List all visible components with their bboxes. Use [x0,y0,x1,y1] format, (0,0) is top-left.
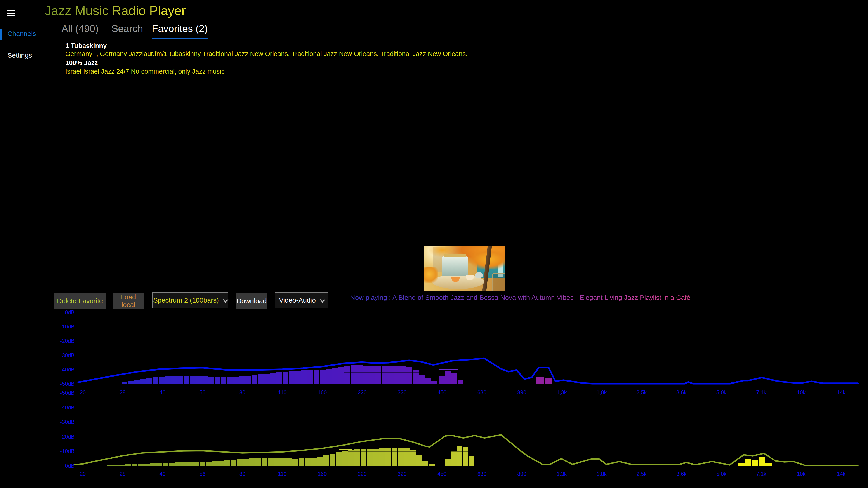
svg-text:14k: 14k [837,389,846,395]
spectrum-style-value: Spectrum 2 (100bars) [153,296,219,304]
album-art-teapot [475,272,483,278]
svg-text:28: 28 [120,471,126,477]
svg-text:3,6k: 3,6k [676,389,687,395]
album-art [424,246,505,291]
svg-text:320: 320 [398,389,407,395]
album-art-chair [492,273,505,291]
svg-text:630: 630 [477,471,487,477]
svg-text:20: 20 [80,389,86,395]
svg-text:-30dB: -30dB [60,419,74,425]
svg-text:0dB: 0dB [65,463,74,469]
svg-text:0dB: 0dB [65,309,74,315]
favorite-station-description[interactable]: Israel Israel Jazz 24/7 No commercial, o… [65,68,224,75]
album-art-espresso-top [444,254,466,257]
tab-search[interactable]: Search [112,23,143,34]
svg-text:3,6k: 3,6k [676,471,687,477]
svg-text:-50dB: -50dB [60,381,74,387]
favorite-station-name[interactable]: 1 Tubaskinny [65,42,107,50]
hamburger-bar [7,10,15,11]
svg-text:160: 160 [318,389,327,395]
favorite-station-name[interactable]: 100% Jazz [65,59,98,67]
svg-text:14k: 14k [837,471,846,477]
svg-text:160: 160 [318,471,327,477]
svg-text:20: 20 [80,471,86,477]
svg-text:450: 450 [437,471,446,477]
svg-text:1,3k: 1,3k [557,471,567,477]
svg-text:7,1k: 7,1k [756,471,767,477]
album-art-espresso-machine [442,256,468,276]
svg-text:2,5k: 2,5k [637,471,647,477]
svg-text:40: 40 [160,389,166,395]
download-button[interactable]: Download [236,293,267,309]
svg-text:110: 110 [278,389,287,395]
svg-text:-20dB: -20dB [60,338,74,344]
svg-text:110: 110 [278,471,287,477]
svg-text:1,8k: 1,8k [596,389,607,395]
svg-text:80: 80 [239,471,246,477]
svg-text:5,0k: 5,0k [716,389,727,395]
svg-text:890: 890 [518,471,526,477]
delete-favorite-button[interactable]: Delete Favorite [54,293,106,309]
hamburger-bar [7,15,15,16]
spectrum-charts: 0dB-10dB-20dB-30dB-40dB-50dB202840568011… [0,307,868,488]
svg-text:-30dB: -30dB [60,352,74,358]
sidebar-item-settings[interactable]: Settings [7,52,32,59]
media-mode-value: Video-Audio [279,296,316,304]
svg-text:-40dB: -40dB [60,404,74,411]
favorite-station-description[interactable]: Germany -, Germany Jazzlaut.fm/1-tubaski… [65,50,467,58]
svg-text:-40dB: -40dB [60,366,74,372]
spectrum-style-dropdown[interactable]: Spectrum 2 (100bars) [152,292,228,308]
svg-text:630: 630 [477,389,487,395]
svg-text:-10dB: -10dB [60,324,74,330]
svg-text:56: 56 [199,389,206,395]
now-playing-text: Now playing : A Blend of Smooth Jazz and… [350,294,690,301]
svg-text:320: 320 [398,471,407,477]
svg-text:5,0k: 5,0k [716,471,727,477]
tab-all[interactable]: All (490) [61,23,98,34]
svg-text:-10dB: -10dB [60,448,74,454]
sidebar-item-channels[interactable]: Channels [7,30,36,37]
selected-item-accent-bar [0,29,2,40]
svg-text:56: 56 [199,471,206,477]
svg-text:220: 220 [358,389,367,395]
svg-text:450: 450 [437,389,446,395]
chevron-down-icon [320,297,325,302]
svg-text:-50dB: -50dB [60,390,74,396]
svg-text:890: 890 [518,389,526,395]
svg-text:220: 220 [358,471,367,477]
media-mode-dropdown[interactable]: Video-Audio [275,292,328,308]
page-title: Jazz Music Radio Player [45,3,186,18]
hamburger-menu-icon[interactable] [5,8,18,20]
svg-text:1,3k: 1,3k [557,389,567,395]
tab-favorites[interactable]: Favorites (2) [152,23,208,34]
svg-text:7,1k: 7,1k [756,389,767,395]
svg-text:2,5k: 2,5k [637,389,647,395]
album-art-flowers [424,267,438,283]
selected-tab-underline [152,37,208,39]
svg-text:28: 28 [120,389,126,395]
svg-text:-20dB: -20dB [60,433,74,440]
svg-text:10k: 10k [797,389,806,395]
chevron-down-icon [223,297,228,302]
svg-text:10k: 10k [797,471,806,477]
load-local-button[interactable]: Load local [113,293,144,309]
hamburger-bar [7,13,15,14]
svg-text:80: 80 [239,389,246,395]
svg-text:1,8k: 1,8k [596,471,607,477]
svg-text:40: 40 [160,471,166,477]
